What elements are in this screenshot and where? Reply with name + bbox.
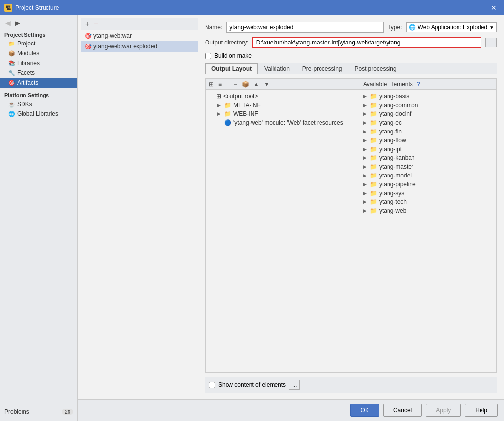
build-on-make-checkbox[interactable] — [205, 53, 211, 59]
name-row: Name: Type: 🌐 Web Application: Exploded … — [205, 22, 497, 33]
move-up-button[interactable]: ▲ — [252, 80, 261, 88]
tree-item-label: META-INF — [233, 102, 261, 109]
artifact-item-war-exploded[interactable]: 🎯 ytang-web:war exploded — [81, 41, 198, 52]
tab-validation[interactable]: Validation — [258, 63, 296, 74]
help-button[interactable]: Help — [465, 404, 498, 417]
avail-item-ytang-ec[interactable]: ▶ 📁 ytang-ec — [361, 118, 494, 127]
help-icon[interactable]: ? — [417, 81, 420, 88]
tab-output-layout[interactable]: Output Layout — [205, 63, 258, 74]
avail-item-ytang-common[interactable]: ▶ 📁 ytang-common — [361, 101, 494, 110]
type-dropdown[interactable]: 🌐 Web Application: Exploded ▼ — [406, 22, 497, 32]
avail-item-ytang-sys[interactable]: ▶ 📁 ytang-sys — [361, 189, 494, 198]
avail-item-ytang-pipeline[interactable]: ▶ 📁 ytang-pipeline — [361, 180, 494, 189]
problems-section[interactable]: Problems 26 — [0, 407, 77, 417]
platform-settings-title: Platform Settings — [0, 88, 77, 99]
sidebar-item-global-libraries[interactable]: 🌐 Global Libraries — [0, 109, 77, 119]
avail-label: ytang-kanban — [379, 155, 415, 161]
sidebar-item-modules[interactable]: 📦 Modules — [0, 48, 77, 58]
folder-icon: 📁 — [370, 163, 377, 170]
project-settings-title: Project Settings — [0, 29, 77, 39]
project-icon: 📁 — [8, 41, 15, 47]
tree-item-label: <output root> — [223, 93, 258, 100]
avail-item-ytang-model[interactable]: ▶ 📁 ytang-model — [361, 171, 494, 180]
avail-item-ytang-master[interactable]: ▶ 📁 ytang-master — [361, 162, 494, 171]
tree-item-label: WEB-INF — [233, 111, 258, 117]
move-down-button[interactable]: ▼ — [262, 80, 271, 88]
folder-icon: 📁 — [370, 146, 377, 153]
avail-label: ytang-ipt — [379, 146, 402, 153]
avail-label: ytang-sys — [379, 190, 404, 197]
show-content-button[interactable]: ... — [289, 380, 300, 390]
browse-button[interactable]: ... — [485, 38, 497, 47]
artifacts-list: 🎯 ytang-web:war 🎯 ytang-web:war exploded — [81, 30, 198, 397]
avail-item-ytang-tech[interactable]: ▶ 📁 ytang-tech — [361, 198, 494, 206]
folder-icon: 📁 — [370, 181, 377, 188]
avail-item-ytang-fin[interactable]: ▶ 📁 ytang-fin — [361, 127, 494, 136]
tree-item-label: 'ytang-web' module: 'Web' facet resource… — [233, 119, 343, 126]
available-tree: ▶ 📁 ytang-basis ▶ 📁 ytang-common — [359, 90, 496, 372]
add-output-button[interactable]: + — [225, 80, 231, 88]
cancel-button[interactable]: Cancel — [383, 404, 422, 417]
tab-post-processing[interactable]: Post-processing — [348, 63, 403, 74]
avail-label: ytang-fin — [379, 128, 402, 135]
expand-arrow: ▶ — [217, 111, 222, 116]
artifact-icon-war-exploded: 🎯 — [85, 44, 92, 50]
problems-badge: 26 — [62, 409, 73, 415]
output-dir-row: Output directory: ... — [205, 37, 497, 48]
folder-icon: 📁 — [370, 119, 377, 126]
sidebar-item-facets[interactable]: 🔧 Facets — [0, 68, 77, 78]
close-button[interactable]: ✕ — [488, 3, 500, 13]
forward-button[interactable]: ▶ — [14, 19, 21, 27]
avail-item-ytang-flow[interactable]: ▶ 📁 ytang-flow — [361, 136, 494, 145]
tabs-bar: Output Layout Validation Pre-processing … — [205, 63, 497, 74]
name-input[interactable] — [226, 22, 384, 33]
expand-arrow: ▶ — [363, 103, 368, 108]
sidebar-item-project[interactable]: 📁 Project — [0, 39, 77, 48]
folder-icon: 📁 — [370, 111, 377, 117]
folder-icon: 📁 — [370, 102, 377, 109]
grid-view-button[interactable]: ⊞ — [207, 80, 215, 88]
artifact-label: ytang-web:war exploded — [93, 43, 157, 50]
avail-item-ytang-kanban[interactable]: ▶ 📁 ytang-kanban — [361, 154, 494, 162]
sidebar-item-artifacts[interactable]: 🎯 Artifacts — [0, 78, 77, 88]
sidebar-item-label: Project — [17, 40, 35, 47]
avail-label: ytang-ec — [379, 119, 402, 126]
list-view-button[interactable]: ≡ — [217, 80, 223, 88]
expand-arrow: ▶ — [363, 164, 368, 169]
avail-item-ytang-docinf[interactable]: ▶ 📁 ytang-docinf — [361, 110, 494, 118]
avail-item-ytang-ipt[interactable]: ▶ 📁 ytang-ipt — [361, 145, 494, 154]
output-dir-input[interactable] — [252, 37, 481, 48]
expand-arrow: ▶ — [363, 191, 368, 196]
build-on-make-row: Build on make — [205, 52, 497, 59]
tree-item-web-module[interactable]: 🔵 'ytang-web' module: 'Web' facet resour… — [207, 118, 357, 127]
ok-button[interactable]: OK — [350, 404, 379, 417]
apply-button[interactable]: Apply — [426, 404, 461, 417]
sdks-icon: ☕ — [8, 101, 15, 108]
folder-icon: 📁 — [370, 137, 377, 144]
folder-icon: 📁 — [370, 190, 377, 197]
avail-label: ytang-flow — [379, 137, 406, 144]
folder-icon: 📁 — [370, 199, 377, 205]
tab-pre-processing[interactable]: Pre-processing — [296, 63, 348, 74]
artifacts-toolbar: + − — [81, 18, 198, 30]
main-window: 🏗 Project Structure ✕ ◀ ▶ Project Settin… — [0, 0, 504, 421]
sidebar: ◀ ▶ Project Settings 📁 Project 📦 Modules… — [0, 15, 78, 421]
available-header: Available Elements ? — [359, 79, 496, 90]
remove-output-button[interactable]: − — [232, 80, 239, 88]
add-artifact-button[interactable]: + — [84, 20, 91, 28]
sidebar-item-sdks[interactable]: ☕ SDKs — [0, 99, 77, 109]
avail-item-ytang-basis[interactable]: ▶ 📁 ytang-basis — [361, 92, 494, 101]
app-icon: 🏗 — [4, 4, 12, 12]
tree-item-web-inf[interactable]: ▶ 📁 WEB-INF — [207, 110, 357, 118]
avail-item-ytang-web[interactable]: ▶ 📁 ytang-web — [361, 206, 494, 215]
artifact-item-war[interactable]: 🎯 ytang-web:war — [81, 30, 198, 41]
remove-artifact-button[interactable]: − — [92, 20, 99, 28]
sidebar-item-libraries[interactable]: 📚 Libraries — [0, 58, 77, 68]
tree-item-meta-inf[interactable]: ▶ 📁 META-INF — [207, 101, 357, 110]
tree-item-output-root[interactable]: ⊞ <output root> — [207, 92, 357, 101]
expand-arrow: ▶ — [363, 147, 368, 152]
show-content-checkbox[interactable] — [209, 382, 215, 388]
package-button[interactable]: 📦 — [240, 80, 251, 88]
back-button[interactable]: ◀ — [4, 19, 12, 27]
output-area: ⊞ ≡ + − 📦 ▲ ▼ ⊞ — [205, 78, 497, 373]
